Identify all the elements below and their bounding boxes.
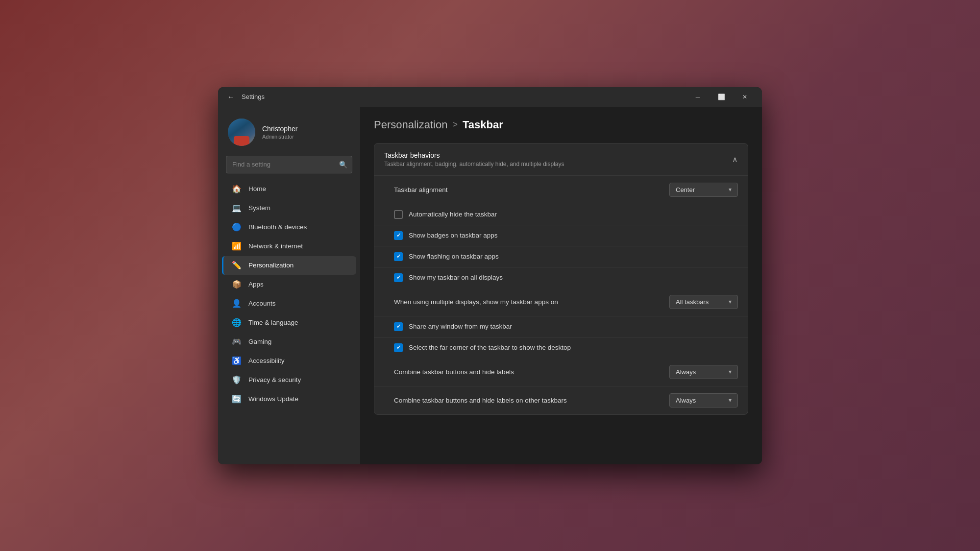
time-icon: 🌐 [232, 318, 242, 328]
taskbar-alignment-dropdown[interactable]: Center ▾ [669, 183, 738, 197]
checkbox-badges[interactable] [394, 231, 403, 240]
checkbox-all-displays[interactable] [394, 273, 403, 282]
combine2-value: Always [676, 397, 696, 404]
sidebar-item-update[interactable]: 🔄 Windows Update [222, 390, 356, 408]
sidebar: Christopher Administrator 🔍 🏠 Home 💻 Sys… [218, 107, 360, 464]
taskbar-alignment-label: Taskbar alignment [394, 186, 669, 193]
checkbox-label-share-window: Share any window from my taskbar [409, 323, 512, 330]
checkboxes-group-1: Automatically hide the taskbar Show badg… [374, 204, 748, 288]
combine1-value: Always [676, 368, 696, 376]
titlebar: ← Settings ─ ⬜ ✕ [218, 87, 762, 107]
combine2-row: Combine taskbar buttons and hide labels … [374, 386, 748, 414]
accessibility-icon: ♿ [232, 356, 242, 366]
home-icon: 🏠 [232, 184, 242, 194]
sidebar-label-bluetooth: Bluetooth & devices [248, 223, 307, 231]
user-name: Christopher [262, 125, 297, 133]
breadcrumb: Personalization > Taskbar [374, 119, 748, 131]
multiple-display-label: When using multiple displays, show my ta… [394, 298, 669, 306]
close-button[interactable]: ✕ [734, 89, 756, 105]
main-layout: Christopher Administrator 🔍 🏠 Home 💻 Sys… [218, 107, 762, 464]
sidebar-item-gaming[interactable]: 🎮 Gaming [222, 333, 356, 351]
breadcrumb-parent: Personalization [374, 119, 447, 131]
network-icon: 📶 [232, 241, 242, 251]
sidebar-label-apps: Apps [248, 281, 264, 288]
combine2-dropdown[interactable]: Always ▾ [669, 393, 738, 407]
sidebar-label-home: Home [248, 185, 266, 192]
user-info: Christopher Administrator [262, 125, 297, 140]
content-area: Personalization > Taskbar Taskbar behavi… [360, 107, 762, 464]
checkbox-label-auto-hide: Automatically hide the taskbar [409, 211, 497, 218]
checkbox-row-flashing[interactable]: Show flashing on taskbar apps [374, 246, 748, 267]
checkbox-row-all-displays[interactable]: Show my taskbar on all displays [374, 267, 748, 288]
sidebar-label-personalization: Personalization [248, 262, 294, 269]
sidebar-label-accessibility: Accessibility [248, 357, 285, 364]
sidebar-item-privacy[interactable]: 🛡️ Privacy & security [222, 371, 356, 389]
sidebar-item-accessibility[interactable]: ♿ Accessibility [222, 352, 356, 370]
checkbox-row-far-corner[interactable]: Select the far corner of the taskbar to … [374, 337, 748, 358]
back-button[interactable]: ← [224, 90, 238, 104]
accounts-icon: 👤 [232, 299, 242, 309]
sidebar-item-network[interactable]: 📶 Network & internet [222, 237, 356, 256]
settings-window: ← Settings ─ ⬜ ✕ Christopher Administrat… [218, 87, 762, 464]
sidebar-label-privacy: Privacy & security [248, 376, 301, 383]
search-input[interactable] [226, 156, 352, 173]
checkbox-row-share-window[interactable]: Share any window from my taskbar [374, 316, 748, 337]
section-subtitle: Taskbar alignment, badging, automaticall… [384, 161, 564, 168]
bluetooth-icon: 🔵 [232, 222, 242, 232]
combine2-label: Combine taskbar buttons and hide labels … [394, 397, 669, 404]
checkbox-auto-hide[interactable] [394, 210, 403, 219]
sidebar-item-time[interactable]: 🌐 Time & language [222, 313, 356, 332]
sidebar-label-network: Network & internet [248, 242, 303, 250]
sidebar-item-apps[interactable]: 📦 Apps [222, 275, 356, 294]
sidebar-item-bluetooth[interactable]: 🔵 Bluetooth & devices [222, 218, 356, 237]
system-icon: 💻 [232, 203, 242, 213]
update-icon: 🔄 [232, 394, 242, 404]
checkbox-row-badges[interactable]: Show badges on taskbar apps [374, 225, 748, 246]
sidebar-item-system[interactable]: 💻 System [222, 199, 356, 217]
combine1-label: Combine taskbar buttons and hide labels [394, 368, 669, 376]
sidebar-label-update: Windows Update [248, 395, 298, 403]
checkbox-far-corner[interactable] [394, 343, 403, 352]
checkbox-flashing[interactable] [394, 252, 403, 261]
user-profile: Christopher Administrator [218, 115, 360, 154]
sidebar-item-personalization[interactable]: ✏️ Personalization [222, 256, 356, 275]
checkbox-share-window[interactable] [394, 322, 403, 331]
breadcrumb-current: Taskbar [463, 119, 503, 131]
window-controls: ─ ⬜ ✕ [686, 89, 756, 105]
sidebar-item-accounts[interactable]: 👤 Accounts [222, 294, 356, 313]
multiple-display-row: When using multiple displays, show my ta… [374, 288, 748, 316]
user-status: Administrator [262, 134, 297, 140]
checkbox-row-auto-hide[interactable]: Automatically hide the taskbar [374, 204, 748, 225]
gaming-icon: 🎮 [232, 337, 242, 347]
section-chevron-icon: ∧ [732, 155, 738, 164]
taskbar-alignment-row: Taskbar alignment Center ▾ [374, 176, 748, 204]
multiple-display-dropdown[interactable]: All taskbars ▾ [669, 295, 738, 309]
sidebar-item-home[interactable]: 🏠 Home [222, 180, 356, 198]
maximize-button[interactable]: ⬜ [710, 89, 733, 105]
minimize-button[interactable]: ─ [686, 89, 709, 105]
taskbar-behaviors-card: Taskbar behaviors Taskbar alignment, bad… [374, 143, 748, 415]
checkbox-label-far-corner: Select the far corner of the taskbar to … [409, 344, 571, 351]
search-box: 🔍 [226, 156, 352, 173]
sidebar-label-time: Time & language [248, 319, 298, 326]
search-icon: 🔍 [339, 161, 347, 168]
checkboxes-group-2: Share any window from my taskbar Select … [374, 316, 748, 358]
dropdown-arrow-icon-4: ▾ [729, 397, 732, 404]
apps-icon: 📦 [232, 280, 242, 289]
checkbox-label-all-displays: Show my taskbar on all displays [409, 274, 503, 281]
nav-container: 🏠 Home 💻 System 🔵 Bluetooth & devices 📶 … [218, 179, 360, 409]
combine1-dropdown[interactable]: Always ▾ [669, 365, 738, 379]
privacy-icon: 🛡️ [232, 375, 242, 385]
taskbar-alignment-value: Center [676, 186, 695, 193]
dropdown-arrow-icon-3: ▾ [729, 368, 732, 375]
dropdown-arrow-icon-2: ▾ [729, 298, 732, 305]
dropdown-arrow-icon: ▾ [729, 186, 732, 193]
multiple-display-value: All taskbars [676, 298, 709, 306]
checkbox-label-badges: Show badges on taskbar apps [409, 232, 498, 239]
avatar-image [228, 119, 255, 146]
checkbox-label-flashing: Show flashing on taskbar apps [409, 253, 499, 260]
breadcrumb-separator: > [452, 120, 458, 130]
section-header[interactable]: Taskbar behaviors Taskbar alignment, bad… [374, 144, 748, 176]
section-header-text: Taskbar behaviors Taskbar alignment, bad… [384, 151, 564, 168]
sidebar-label-gaming: Gaming [248, 338, 271, 345]
